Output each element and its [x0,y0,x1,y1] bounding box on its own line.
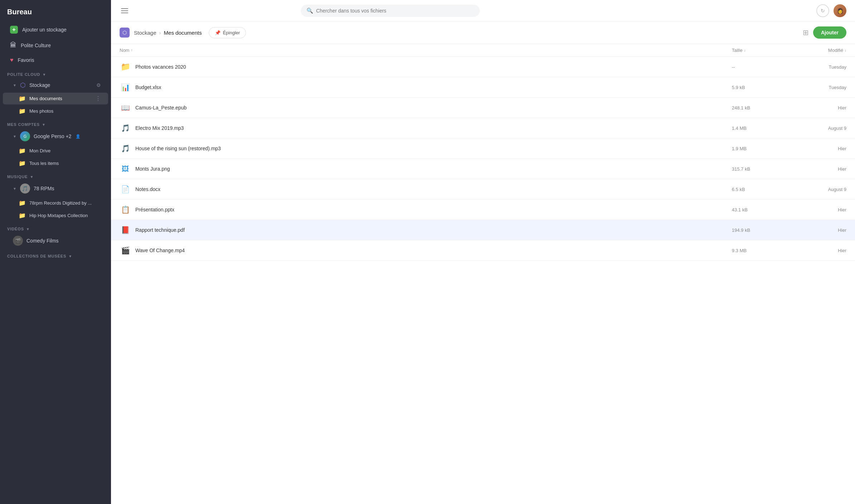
table-row[interactable]: 🖼 Monts Jura.png 315.7 kB Hier [111,159,855,179]
breadcrumb-right: ⊞ Ajouter [803,26,846,39]
file-size-cell: 315.7 kB [732,166,789,172]
file-name-text: House of the rising sun (restored).mp3 [135,146,221,151]
search-bar: 🔍 [301,5,480,17]
sidebar-item-comedy-films[interactable]: 🎬 Comedy Films [3,233,108,249]
size-sort-arrow: ↓ [744,48,746,52]
heart-icon: ♥ [10,57,14,63]
search-icon: 🔍 [306,8,313,14]
sidebar-item-add-storage[interactable]: + Ajouter un stockage [3,22,108,37]
table-row[interactable]: 🎵 House of the rising sun (restored).mp3… [111,138,855,159]
file-size-cell: 5.9 kB [732,85,789,90]
file-modified-cell: Tuesday [789,85,846,90]
sidebar-item-polite-culture-label: Polite Culture [21,43,51,48]
bank-icon: 🏛 [10,41,16,49]
table-row[interactable]: 🎬 Wave Of Change.mp4 9.3 MB Hier [111,240,855,261]
file-name-cell: 📕 Rapport technique.pdf [120,224,732,236]
hamburger-button[interactable] [120,7,130,15]
file-type-icon: 🎬 [120,245,131,256]
mes-comptes-chevron[interactable]: ▼ [42,123,46,127]
folder-icon-hiphop: 📁 [19,212,26,219]
file-name-cell: 📖 Camus-La_Peste.epub [120,102,732,113]
file-table: Nom ↑ Taille ↓ Modifié ↓ 📁 Photos vacanc… [111,44,855,504]
grid-view-icon[interactable]: ⊞ [803,28,809,37]
section-musique: MUSIQUE ▼ [0,170,111,180]
music-avatar: 🎵 [20,184,30,194]
file-name-cell: 🖼 Monts Jura.png [120,163,732,175]
google-avatar: G [20,131,30,141]
main-content: 🔍 ↻ 👩 ⬡ Stockage › Mes documents 📌 Éping… [111,0,855,504]
table-row[interactable]: 📊 Budget.xlsx 5.9 kB Tuesday [111,77,855,98]
sidebar-item-mon-drive[interactable]: 📁 Mon Drive [3,145,108,157]
table-row[interactable]: 📕 Rapport technique.pdf 194.9 kB Hier [111,220,855,240]
file-name-cell: 📋 Présentation.pptx [120,204,732,215]
file-rows-container: 📁 Photos vacances 2020 -- Tuesday 📊 Budg… [111,57,855,261]
78rpms-chevron: ▼ [13,187,16,191]
section-collections-musees: COLLECTIONS DE MUSÉES ▼ [0,249,111,260]
breadcrumb-bar: ⬡ Stockage › Mes documents 📌 Épingler ⊞ … [111,21,855,44]
file-modified-cell: Hier [789,166,846,172]
three-dot-menu[interactable]: ⋮ [95,95,101,102]
pin-icon: 📌 [215,30,221,35]
breadcrumb-storage-icon: ⬡ [120,28,130,38]
file-name-cell: 🎵 House of the rising sun (restored).mp3 [120,143,732,154]
file-type-icon: 📖 [120,102,131,113]
sidebar-item-polite-culture[interactable]: 🏛 Polite Culture [3,38,108,53]
table-row[interactable]: 🎵 Electro Mix 2019.mp3 1.4 MB August 9 [111,118,855,138]
sidebar-item-78rpm-records[interactable]: 📁 78rpm Records Digitized by ... [3,197,108,209]
file-modified-cell: Hier [789,227,846,233]
gear-icon[interactable]: ⚙ [96,82,101,88]
plus-icon: + [10,26,18,34]
sidebar-item-hiphop[interactable]: 📁 Hip Hop Mixtapes Collection [3,210,108,221]
file-modified-cell: Hier [789,146,846,151]
folder-icon-tous-items: 📁 [19,160,26,167]
pin-label: Épingler [223,30,240,35]
file-type-icon: 🎵 [120,122,131,134]
file-modified-cell: Tuesday [789,64,846,70]
file-name-text: Présentation.pptx [135,207,174,212]
pin-button[interactable]: 📌 Épingler [209,27,246,38]
user-avatar[interactable]: 👩 [834,4,846,17]
file-type-icon: 🎵 [120,143,131,154]
table-row[interactable]: 📖 Camus-La_Peste.epub 248.1 kB Hier [111,98,855,118]
file-name-text: Budget.xlsx [135,84,161,90]
file-name-text: Camus-La_Peste.epub [135,105,187,111]
file-size-cell: 9.3 MB [732,248,789,253]
sidebar-item-mes-documents[interactable]: 📁 Mes documents ⋮ [3,93,108,104]
name-sort-arrow: ↑ [131,48,132,52]
table-row[interactable]: 📋 Présentation.pptx 43.1 kB Hier [111,200,855,220]
file-modified-cell: Hier [789,248,846,253]
add-button[interactable]: Ajouter [813,26,846,39]
sidebar-item-stockage[interactable]: ▼ ⬡ Stockage ⚙ [3,78,108,92]
sync-icon[interactable]: ↻ [816,4,829,17]
breadcrumb-root[interactable]: Stockage [134,30,156,36]
musique-chevron[interactable]: ▼ [30,175,34,179]
sidebar-item-tous-items[interactable]: 📁 Tous les items [3,157,108,169]
col-name-header[interactable]: Nom ↑ [120,48,732,53]
col-size-header[interactable]: Taille ↓ [732,48,789,53]
file-type-icon: 🖼 [120,163,131,175]
file-modified-cell: Hier [789,207,846,212]
table-row[interactable]: 📄 Notes.docx 6.5 kB August 9 [111,179,855,200]
section-videos: VIDÉOS ▼ [0,222,111,233]
sidebar-item-mes-photos[interactable]: 📁 Mes photos [3,105,108,117]
google-chevron: ▼ [13,134,16,138]
file-type-icon: 📕 [120,224,131,236]
folder-icon-mon-drive: 📁 [19,147,26,154]
collections-chevron[interactable]: ▼ [68,254,72,258]
table-row[interactable]: 📁 Photos vacances 2020 -- Tuesday [111,57,855,77]
video-avatar: 🎬 [13,236,23,246]
file-type-icon: 📊 [120,82,131,93]
sidebar-item-78rpms[interactable]: ▼ 🎵 78 RPMs [3,181,108,196]
sidebar-item-favoris[interactable]: ♥ Favoris [3,53,108,67]
sidebar-item-google-perso[interactable]: ▼ G Google Perso +2 👤 [3,128,108,144]
file-name-text: Electro Mix 2019.mp3 [135,125,184,131]
file-modified-cell: Hier [789,105,846,111]
topbar-right: ↻ 👩 [816,4,846,17]
file-size-cell: 1.4 MB [732,126,789,131]
videos-chevron[interactable]: ▼ [26,227,30,231]
modified-sort-arrow: ↓ [845,48,846,52]
search-input[interactable] [316,8,474,14]
col-modified-header[interactable]: Modifié ↓ [789,48,846,53]
polite-cloud-chevron[interactable]: ▼ [42,73,46,77]
file-name-cell: 🎬 Wave Of Change.mp4 [120,245,732,256]
